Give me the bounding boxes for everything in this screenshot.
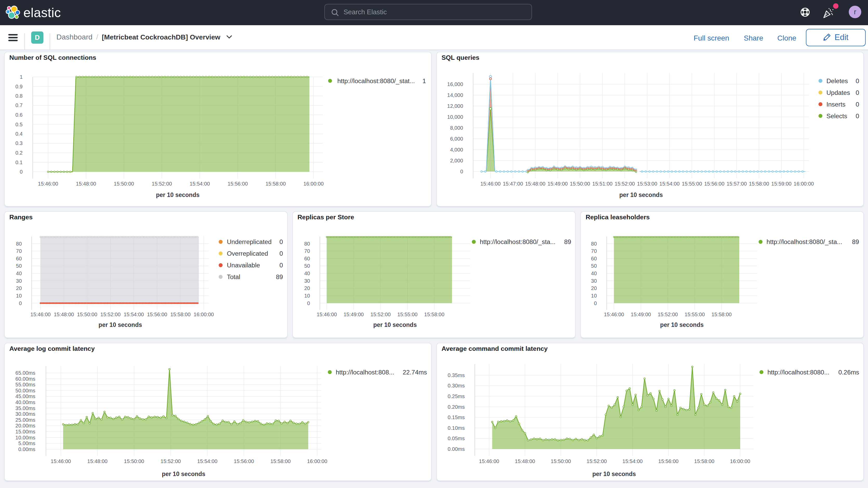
svg-text:40: 40 xyxy=(591,271,597,276)
svg-text:15:53:00: 15:53:00 xyxy=(637,181,657,187)
svg-text:0.30ms: 0.30ms xyxy=(448,383,465,389)
svg-text:14,000: 14,000 xyxy=(447,92,463,98)
svg-text:Selects: Selects xyxy=(827,113,847,120)
svg-text:10.00ms: 10.00ms xyxy=(16,435,35,440)
svg-text:89: 89 xyxy=(276,273,283,280)
svg-text:15:52:00: 15:52:00 xyxy=(615,181,635,187)
svg-text:15:46:00: 15:46:00 xyxy=(38,181,58,187)
svg-text:15:50:00: 15:50:00 xyxy=(551,458,571,464)
svg-text:70: 70 xyxy=(304,248,310,254)
svg-text:15:56:00: 15:56:00 xyxy=(234,458,254,464)
svg-text:15:58:00: 15:58:00 xyxy=(270,458,290,464)
svg-text:80: 80 xyxy=(591,241,597,247)
svg-text:15:52:00: 15:52:00 xyxy=(100,311,121,317)
svg-text:30: 30 xyxy=(304,278,310,284)
svg-text:1: 1 xyxy=(422,78,426,85)
svg-text:http://localhost:8080/_sta...: http://localhost:8080/_sta... xyxy=(480,238,555,245)
svg-text:0: 0 xyxy=(594,300,597,306)
svg-text:0: 0 xyxy=(856,113,859,120)
svg-text:0: 0 xyxy=(279,238,283,245)
svg-text:0.00ms: 0.00ms xyxy=(18,447,35,452)
svg-text:0.9: 0.9 xyxy=(16,84,23,89)
svg-text:15:50:00: 15:50:00 xyxy=(77,311,97,317)
svg-text:80: 80 xyxy=(16,241,22,247)
svg-text:15:54:00: 15:54:00 xyxy=(124,311,144,317)
svg-text:Underreplicated: Underreplicated xyxy=(227,238,272,245)
svg-text:15:48:00: 15:48:00 xyxy=(515,458,535,464)
svg-text:1: 1 xyxy=(20,74,23,80)
svg-text:15:50:00: 15:50:00 xyxy=(114,181,134,187)
svg-text:15:48:00: 15:48:00 xyxy=(525,181,546,187)
svg-text:2,000: 2,000 xyxy=(450,158,463,163)
svg-text:0.25ms: 0.25ms xyxy=(448,393,465,399)
svg-text:0.8: 0.8 xyxy=(16,93,23,99)
svg-text:per 10 seconds: per 10 seconds xyxy=(98,322,142,328)
svg-text:30: 30 xyxy=(16,278,22,284)
svg-text:8,000: 8,000 xyxy=(450,125,463,131)
svg-text:http://localhost:8080/_stat...: http://localhost:8080/_stat... xyxy=(337,78,415,85)
svg-text:0.15ms: 0.15ms xyxy=(448,415,465,420)
svg-text:0: 0 xyxy=(856,78,859,85)
svg-text:0.6: 0.6 xyxy=(16,112,23,118)
svg-text:0: 0 xyxy=(279,262,283,269)
svg-text:0.05ms: 0.05ms xyxy=(448,435,465,441)
svg-text:15:56:00: 15:56:00 xyxy=(228,181,248,187)
svg-text:15:55:00: 15:55:00 xyxy=(685,311,705,317)
svg-text:15:58:00: 15:58:00 xyxy=(424,311,444,317)
svg-text:15:46:00: 15:46:00 xyxy=(480,181,500,187)
svg-text:15:46:00: 15:46:00 xyxy=(30,311,51,317)
svg-text:15:52:00: 15:52:00 xyxy=(587,458,607,464)
svg-text:12,000: 12,000 xyxy=(447,103,463,109)
svg-text:40: 40 xyxy=(16,271,22,276)
svg-text:15:58:00: 15:58:00 xyxy=(170,311,190,317)
svg-text:15:55:00: 15:55:00 xyxy=(682,181,702,187)
svg-text:89: 89 xyxy=(564,238,571,245)
svg-text:5.00ms: 5.00ms xyxy=(18,440,35,446)
svg-text:15:58:00: 15:58:00 xyxy=(712,311,732,317)
svg-text:per 10 seconds: per 10 seconds xyxy=(619,191,663,198)
svg-text:0: 0 xyxy=(856,89,859,96)
svg-text:15:54:00: 15:54:00 xyxy=(197,458,218,464)
svg-text:15:48:00: 15:48:00 xyxy=(76,181,96,187)
svg-text:70: 70 xyxy=(591,248,597,254)
svg-text:per 10 seconds: per 10 seconds xyxy=(373,322,416,328)
svg-text:15:56:00: 15:56:00 xyxy=(704,181,724,187)
svg-text:15:48:00: 15:48:00 xyxy=(54,311,74,317)
svg-text:60: 60 xyxy=(304,256,310,262)
svg-text:15:58:00: 15:58:00 xyxy=(694,458,714,464)
svg-text:0.26ms: 0.26ms xyxy=(838,369,859,376)
svg-text:15:52:00: 15:52:00 xyxy=(161,458,181,464)
svg-text:http://localhost:8080/_sta...: http://localhost:8080/_sta... xyxy=(767,238,842,245)
svg-text:20: 20 xyxy=(591,285,597,291)
svg-text:15:56:00: 15:56:00 xyxy=(658,458,679,464)
svg-text:15:46:00: 15:46:00 xyxy=(479,458,499,464)
svg-text:15:46:00: 15:46:00 xyxy=(604,311,624,317)
svg-text:16:00:00: 16:00:00 xyxy=(303,181,323,187)
svg-text:65.00ms: 65.00ms xyxy=(16,370,35,376)
svg-text:15:57:00: 15:57:00 xyxy=(726,181,747,187)
svg-text:Unavailable: Unavailable xyxy=(227,262,260,269)
svg-text:http://localhost:8080...: http://localhost:8080... xyxy=(768,369,830,376)
svg-text:60: 60 xyxy=(16,256,22,262)
svg-text:15:50:00: 15:50:00 xyxy=(124,458,144,464)
svg-text:0.7: 0.7 xyxy=(16,102,23,108)
svg-text:16:00:00: 16:00:00 xyxy=(307,458,327,464)
svg-text:15:49:00: 15:49:00 xyxy=(344,311,364,317)
svg-text:35.00ms: 35.00ms xyxy=(16,405,35,411)
svg-text:16:00:00: 16:00:00 xyxy=(794,181,814,187)
svg-text:60.00ms: 60.00ms xyxy=(16,376,35,382)
svg-text:per 10 seconds: per 10 seconds xyxy=(156,191,199,198)
svg-text:0.00ms: 0.00ms xyxy=(448,446,465,452)
svg-text:per 10 seconds: per 10 seconds xyxy=(162,470,205,477)
svg-text:10: 10 xyxy=(591,293,597,299)
svg-text:0: 0 xyxy=(279,250,283,257)
svg-text:15:52:00: 15:52:00 xyxy=(658,311,678,317)
svg-text:60: 60 xyxy=(591,256,597,262)
svg-text:0.4: 0.4 xyxy=(16,131,23,137)
svg-text:http://localhost:808...: http://localhost:808... xyxy=(336,369,394,376)
svg-text:Deletes: Deletes xyxy=(827,78,848,85)
svg-text:20: 20 xyxy=(16,285,22,291)
svg-text:15:52:00: 15:52:00 xyxy=(370,311,391,317)
svg-text:Overreplicated: Overreplicated xyxy=(227,250,268,257)
svg-text:15:51:00: 15:51:00 xyxy=(592,181,613,187)
